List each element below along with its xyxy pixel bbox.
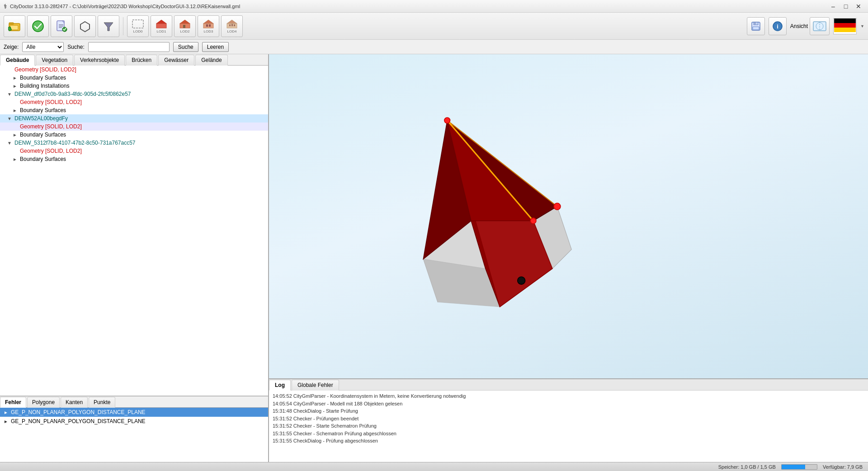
tree-item-10[interactable]: Geometry [SOLID, LOD2]	[0, 147, 268, 155]
lod2-button[interactable]: LOD2	[174, 15, 196, 37]
svg-rect-27	[234, 24, 235, 26]
lod1-icon	[155, 19, 168, 29]
tab-gewaesser[interactable]: Gewässer	[158, 55, 194, 66]
lod3-button[interactable]: LOD3	[198, 15, 219, 37]
check-icon	[32, 20, 44, 33]
check-button[interactable]	[27, 15, 49, 37]
tab-bruecken[interactable]: Brücken	[126, 55, 157, 66]
tree-text-6: DENW52AL00begdFy	[14, 115, 68, 122]
save-button[interactable]	[747, 17, 765, 35]
lod0-label: LOD0	[133, 29, 143, 33]
tree-text-3: DENW_df0d7c0b-9a83-4fdc-905d-2fc5f0862e5…	[14, 91, 131, 97]
svg-rect-29	[754, 22, 758, 25]
log-tabs-bar: Log Globale Fehler	[269, 379, 868, 391]
error-text-0: GE_P_NON_PLANAR_POLYGON_DISTANCE_PLANE	[11, 409, 146, 415]
lod4-button[interactable]: LOD4	[221, 15, 243, 37]
bottom-tab-punkte[interactable]: Punkte	[89, 397, 115, 408]
memory-bar-fill	[782, 465, 805, 469]
shape-button[interactable]	[74, 15, 96, 37]
tab-gebaeude[interactable]: Gebäude	[0, 55, 35, 66]
flag-dropdown-arrow[interactable]: ▼	[860, 24, 864, 28]
tabs-bar: Gebäude Vegetation Verkehrsobjekte Brück…	[0, 54, 268, 66]
tree-area[interactable]: Geometry [SOLID, LOD2] ► Boundary Surfac…	[0, 66, 268, 396]
tab-verkehrsobjekte[interactable]: Verkehrsobjekte	[74, 55, 125, 66]
search-button[interactable]: Suche	[173, 42, 198, 52]
tree-arrow-5: ►	[13, 108, 18, 113]
toolbar-separator-1	[123, 17, 123, 35]
3d-viewport[interactable]	[269, 54, 868, 378]
right-panel: Log Globale Fehler 14:05:52 CityGmlParse…	[269, 54, 868, 462]
zeige-select[interactable]: Alle Fehler Warnungen	[22, 42, 64, 52]
error-item-1[interactable]: ► GE_P_NON_PLANAR_POLYGON_DISTANCE_PLANE	[0, 417, 268, 426]
search-input[interactable]	[88, 42, 170, 52]
svg-marker-12	[104, 23, 113, 31]
svg-rect-19	[203, 24, 213, 28]
tree-item-5[interactable]: ► Boundary Surfaces	[0, 106, 268, 114]
bottom-tab-polygone[interactable]: Polygone	[27, 397, 60, 408]
tree-arrow-11: ►	[13, 157, 18, 162]
tab-gelaende[interactable]: Gelände	[195, 55, 227, 66]
tree-item-8[interactable]: ► Boundary Surfaces	[0, 131, 268, 139]
log-entry-3: 15:31:52 Checker - Prüfungen beendet	[273, 415, 864, 423]
tree-text-10: Geometry [SOLID, LOD2]	[20, 148, 82, 154]
log-entry-0: 14:05:52 CityGmlParser - Koordinatensyst…	[273, 392, 864, 400]
error-list[interactable]: ► GE_P_NON_PLANAR_POLYGON_DISTANCE_PLANE…	[0, 408, 268, 462]
tree-item-0[interactable]: Geometry [SOLID, LOD2]	[0, 66, 268, 74]
tab-vegetation[interactable]: Vegetation	[36, 55, 73, 66]
tree-item-3[interactable]: ▼ DENW_df0d7c0b-9a83-4fdc-905d-2fc5f0862…	[0, 90, 268, 98]
open-folder-button[interactable]	[4, 15, 25, 37]
open-file2-button[interactable]	[51, 15, 72, 37]
svg-rect-1	[9, 23, 14, 24]
close-button[interactable]: ✕	[853, 2, 864, 11]
tree-arrow-2: ►	[13, 84, 18, 89]
log-tab-globale-fehler[interactable]: Globale Fehler	[292, 380, 339, 391]
lod0-icon	[132, 19, 144, 29]
svg-point-51	[518, 277, 525, 284]
tree-item-11[interactable]: ► Boundary Surfaces	[0, 155, 268, 163]
flag-black-stripe	[834, 19, 856, 23]
tree-item-7[interactable]: Geometry [SOLID, LOD2]	[0, 122, 268, 131]
app-icon: ⚕	[4, 3, 7, 10]
memory-bar-container	[781, 464, 817, 470]
ansicht-button[interactable]	[810, 17, 830, 35]
lod0-button[interactable]: LOD0	[127, 15, 149, 37]
svg-marker-20	[203, 20, 213, 24]
info-button[interactable]: i	[769, 17, 787, 35]
svg-rect-22	[209, 24, 211, 27]
svg-rect-18	[183, 25, 185, 28]
tree-item-2[interactable]: ► Building Installations	[0, 82, 268, 90]
open-folder-icon	[8, 20, 21, 33]
svg-rect-31	[753, 27, 759, 30]
tree-arrow-4	[13, 100, 18, 105]
tree-arrow-6: ▼	[7, 116, 13, 121]
german-flag-button[interactable]	[833, 18, 857, 34]
minimize-button[interactable]: –	[827, 2, 839, 11]
tree-item-1[interactable]: ► Boundary Surfaces	[0, 74, 268, 82]
tree-item-6[interactable]: ▼ DENW52AL00begdFy	[0, 114, 268, 122]
log-tab-log[interactable]: Log	[269, 380, 291, 391]
filter-icon	[102, 20, 115, 33]
log-entry-4: 15:31:52 Checker - Starte Schematron Prü…	[273, 422, 864, 430]
save-icon	[750, 21, 761, 32]
filter-button[interactable]	[98, 15, 119, 37]
log-entry-2: 15:31:48 CheckDialog - Starte Prüfung	[273, 407, 864, 415]
svg-rect-25	[229, 24, 231, 26]
searchbar: Zeige: Alle Fehler Warnungen Suche: Such…	[0, 40, 868, 54]
svg-text:i: i	[777, 23, 778, 30]
tree-item-9[interactable]: ▼ DENW_5312f7b8-4107-47b2-8c50-731a767ac…	[0, 139, 268, 147]
titlebar-controls: – □ ✕	[827, 2, 864, 11]
titlebar-title: CityDoctor 3.13.0-28f2477 - C:\Job\Vortr…	[10, 4, 240, 9]
tree-text-0: Geometry [SOLID, LOD2]	[14, 66, 76, 73]
flag-gold-stripe	[834, 28, 856, 32]
titlebar-left: ⚕ CityDoctor 3.13.0-28f2477 - C:\Job\Vor…	[4, 3, 240, 10]
error-item-0[interactable]: ► GE_P_NON_PLANAR_POLYGON_DISTANCE_PLANE	[0, 408, 268, 417]
log-area: Log Globale Fehler 14:05:52 CityGmlParse…	[269, 378, 868, 462]
tree-item-4[interactable]: Geometry [SOLID, LOD2]	[0, 98, 268, 106]
bottom-tab-fehler[interactable]: Fehler	[0, 397, 26, 408]
lod1-button[interactable]: LOD1	[151, 15, 172, 37]
bottom-tab-kanten[interactable]: Kanten	[61, 397, 88, 408]
maximize-button[interactable]: □	[840, 2, 852, 11]
svg-rect-9	[59, 27, 62, 28]
clear-button[interactable]: Leeren	[202, 42, 229, 52]
toolbar-right: i Ansicht ▼	[747, 17, 864, 35]
